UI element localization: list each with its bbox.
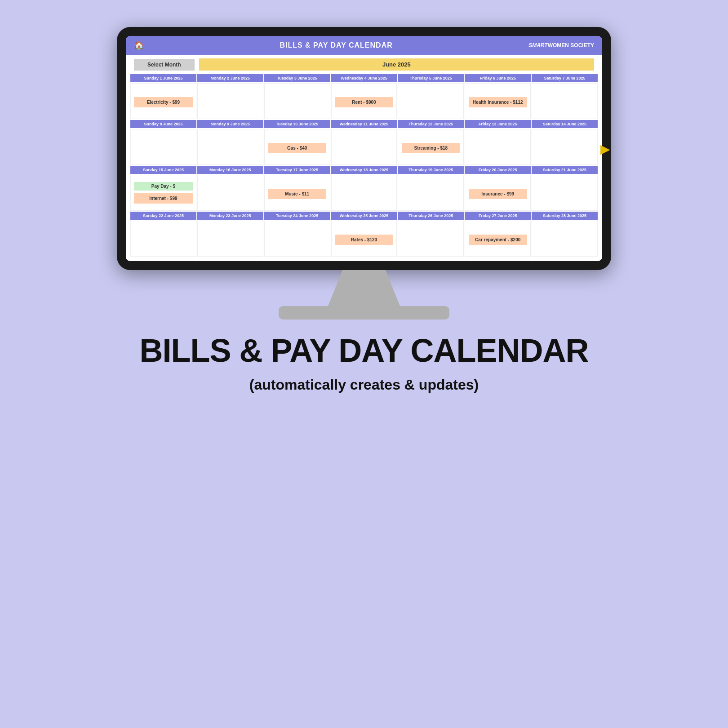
event-tag: Rent - $900	[335, 97, 393, 107]
event-tag: Rates - $120	[335, 235, 393, 245]
day-header-week3-day1: Sunday 15 June 2025	[130, 166, 196, 174]
brand-smart: SMART	[528, 42, 547, 49]
day-cell-week2-day6[interactable]	[465, 129, 531, 165]
monitor-stand-neck	[328, 270, 400, 306]
day-header-week4-day6: Friday 27 June 2025	[465, 212, 531, 220]
event-tag: Insurance - $99	[469, 189, 527, 199]
day-header-week4-day4: Wednesday 25 June 2025	[331, 212, 397, 220]
day-cell-week4-day2[interactable]	[197, 221, 263, 257]
event-tag: Electricity - $99	[134, 97, 192, 107]
day-cell-week1-day1[interactable]: Electricity - $99	[130, 83, 196, 119]
event-tag: Car repayment - $200	[469, 235, 527, 245]
day-header-week4-day7: Saturday 28 June 2025	[532, 212, 598, 220]
day-header-week3-day4: Wednesday 18 June 2025	[331, 166, 397, 174]
day-cell-week3-day7[interactable]	[532, 175, 598, 211]
day-cell-week1-day7[interactable]	[532, 83, 598, 119]
day-header-week2-day4: Wednesday 11 June 2025	[331, 120, 397, 128]
day-header-week1-day7: Saturday 7 June 2025	[532, 74, 598, 82]
day-cell-week2-day2[interactable]	[197, 129, 263, 165]
day-cell-week3-day5[interactable]	[398, 175, 464, 211]
day-header-week3-day2: Monday 16 June 2025	[197, 166, 263, 174]
day-header-week2-day1: Sunday 8 June 2025	[130, 120, 196, 128]
day-header-week1-day1: Sunday 1 June 2025	[130, 74, 196, 82]
day-header-week2-day3: Tuesday 10 June 2025	[264, 120, 330, 128]
home-icon[interactable]: 🏠	[134, 40, 144, 50]
day-cell-week2-day5[interactable]: Streaming - $18	[398, 129, 464, 165]
event-tag: Music - $11	[268, 189, 326, 199]
day-cell-week4-day4[interactable]: Rates - $120	[331, 221, 397, 257]
day-cell-week1-day4[interactable]: Rent - $900	[331, 83, 397, 119]
day-cell-week1-day3[interactable]	[264, 83, 330, 119]
day-header-week2-day2: Monday 9 June 2025	[197, 120, 263, 128]
day-cell-week2-day3[interactable]: Gas - $40	[264, 129, 330, 165]
event-tag: Streaming - $18	[402, 143, 460, 153]
day-header-week2-day5: Thursday 12 June 2025	[398, 120, 464, 128]
monitor-screen: 🏠 BILLS & PAY DAY CALENDAR SMARTWOMEN SO…	[126, 36, 602, 261]
screen-container: 🏠 BILLS & PAY DAY CALENDAR SMARTWOMEN SO…	[126, 36, 602, 261]
next-arrow-button[interactable]: ▶	[600, 141, 610, 156]
app-title: BILLS & PAY DAY CALENDAR	[144, 41, 528, 49]
month-selector-row: Select Month June 2025	[126, 55, 602, 74]
day-cell-week3-day2[interactable]	[197, 175, 263, 211]
page-subtitle: (automatically creates & updates)	[140, 377, 589, 393]
day-header-week4-day1: Sunday 22 June 2025	[130, 212, 196, 220]
day-header-week4-day2: Monday 23 June 2025	[197, 212, 263, 220]
event-tag: Gas - $40	[268, 143, 326, 153]
day-header-week3-day6: Friday 20 June 2025	[465, 166, 531, 174]
event-tag: Internet - $99	[134, 193, 192, 204]
page-big-title: BILLS & PAY DAY CALENDAR	[140, 333, 589, 368]
day-cell-week3-day6[interactable]: Insurance - $99	[465, 175, 531, 211]
day-header-week2-day6: Friday 13 June 2025	[465, 120, 531, 128]
day-cell-week4-day5[interactable]	[398, 221, 464, 257]
day-cell-week2-day4[interactable]	[331, 129, 397, 165]
day-cell-week1-day6[interactable]: Health Insurance - $112	[465, 83, 531, 119]
app-header: 🏠 BILLS & PAY DAY CALENDAR SMARTWOMEN SO…	[126, 36, 602, 55]
brand-text: SMARTWOMEN SOCIETY	[528, 42, 594, 49]
event-tag: Health Insurance - $112	[469, 97, 527, 107]
day-header-week1-day3: Tuesday 3 June 2025	[264, 74, 330, 82]
day-cell-week4-day6[interactable]: Car repayment - $200	[465, 221, 531, 257]
calendar-container: Sunday 1 June 2025Monday 2 June 2025Tues…	[126, 74, 602, 261]
monitor-stand-base	[279, 306, 449, 320]
day-header-week3-day5: Thursday 19 June 2025	[398, 166, 464, 174]
day-header-week1-day5: Thursday 5 June 2025	[398, 74, 464, 82]
monitor-wrapper: 🏠 BILLS & PAY DAY CALENDAR SMARTWOMEN SO…	[117, 27, 611, 320]
day-cell-week1-day5[interactable]	[398, 83, 464, 119]
day-header-week3-day7: Saturday 21 June 2025	[532, 166, 598, 174]
calendar-grid: Sunday 1 June 2025Monday 2 June 2025Tues…	[130, 74, 598, 257]
current-month-display: June 2025	[199, 58, 594, 71]
day-cell-week3-day3[interactable]: Music - $11	[264, 175, 330, 211]
day-cell-week2-day1[interactable]	[130, 129, 196, 165]
day-cell-week4-day3[interactable]	[264, 221, 330, 257]
select-month-button[interactable]: Select Month	[134, 59, 195, 71]
day-header-week2-day7: Saturday 14 June 2025	[532, 120, 598, 128]
brand-rest: WOMEN SOCIETY	[548, 42, 594, 49]
day-cell-week3-day1[interactable]: Pay Day - $Internet - $99	[130, 175, 196, 211]
day-cell-week4-day1[interactable]	[130, 221, 196, 257]
bottom-section: BILLS & PAY DAY CALENDAR (automatically …	[140, 333, 589, 420]
day-cell-week3-day4[interactable]	[331, 175, 397, 211]
day-header-week1-day2: Monday 2 June 2025	[197, 74, 263, 82]
day-cell-week4-day7[interactable]	[532, 221, 598, 257]
day-header-week3-day3: Tuesday 17 June 2025	[264, 166, 330, 174]
monitor-frame: 🏠 BILLS & PAY DAY CALENDAR SMARTWOMEN SO…	[117, 27, 611, 270]
day-header-week1-day6: Friday 6 June 2025	[465, 74, 531, 82]
day-cell-week2-day7[interactable]	[532, 129, 598, 165]
day-header-week1-day4: Wednesday 4 June 2025	[331, 74, 397, 82]
day-header-week4-day5: Thursday 26 June 2025	[398, 212, 464, 220]
day-header-week4-day3: Tuesday 24 June 2025	[264, 212, 330, 220]
event-tag: Pay Day - $	[134, 182, 192, 191]
day-cell-week1-day2[interactable]	[197, 83, 263, 119]
